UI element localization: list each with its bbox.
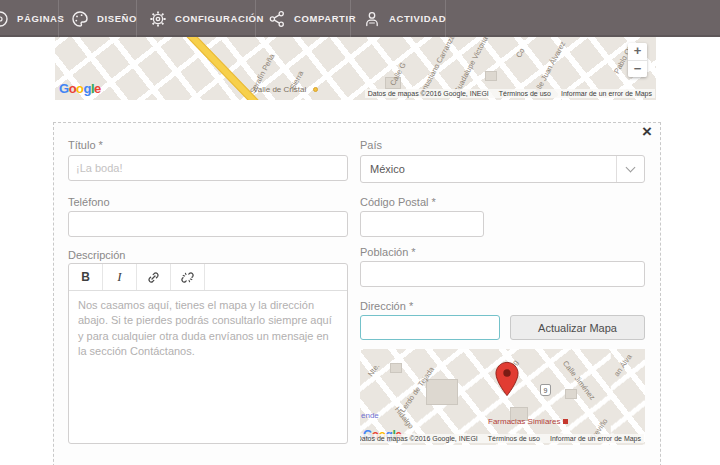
descripcion-text[interactable]: Nos casamos aquí, tienes el mapa y la di… [69,291,347,367]
telefono-label: Teléfono [68,196,110,208]
actualizar-mapa-button[interactable]: Actualizar Mapa [510,315,645,340]
pais-selected-value: México [361,163,616,175]
titulo-label: Título * [68,139,103,151]
street-label: Nte. [366,362,381,378]
street-label: Co [514,47,526,60]
street-label: Guadalupe Victoria [452,37,490,95]
map-attribution: Datos de mapas ©2016 Google, INEGI Térmi… [360,434,644,443]
street-label: an Álva [612,352,634,378]
map-building [485,71,497,81]
close-icon[interactable]: × [642,124,652,140]
navbar-spacer [446,0,720,37]
direccion-label: Dirección * [360,300,413,312]
nav-label: ACTIVIDAD [389,13,446,24]
nav-label: CONFIGURACIÓN [175,13,264,24]
nav-item-compartir[interactable]: COMPARTIR [256,0,351,37]
wedding-site-editor-screen: PÁGINAS DISEÑO CONFIGURACIÓN [0,0,720,465]
map-building [390,363,402,373]
telefono-input[interactable] [68,211,348,237]
gear-icon [149,10,167,28]
link-icon [146,270,161,285]
pais-select[interactable]: México [360,155,645,183]
zoom-in-button[interactable]: + [628,43,647,60]
nav-item-paginas[interactable]: PÁGINAS [0,0,59,37]
poi-farmacias: Farmacias Similares [488,417,568,426]
bottom-map[interactable]: Nte. Lerdo de Tejada Calle Ig an Álva Ca… [360,349,645,445]
nav-label: COMPARTIR [294,13,356,24]
nav-item-configuracion[interactable]: CONFIGURACIÓN [137,0,256,37]
rich-text-editor: B I [68,263,348,444]
direccion-input[interactable] [360,315,500,340]
bold-button[interactable]: B [69,264,103,290]
pais-label: País [360,139,382,151]
nav-label: DISEÑO [97,13,137,24]
place-label-partial: ende [361,411,379,420]
unlink-icon [180,270,195,285]
route-shield: 9 [540,384,551,396]
map-pin [495,361,519,401]
titulo-input[interactable] [68,155,348,181]
terms-link[interactable]: Términos de uso [499,90,551,97]
pages-icon [0,10,9,28]
editor-toolbar: B I [69,264,347,291]
location-form-panel: × Título * Teléfono Descripción B I [53,122,661,465]
map-attribution: Datos de mapas ©2016 Google, INEGI Térmi… [365,89,655,98]
codigo-postal-input[interactable] [360,211,484,237]
place-label-valle-de-cristal: Valle de Cristal [253,85,306,94]
zoom-out-button[interactable]: − [628,60,647,77]
top-map[interactable]: Serafín Peña Sierra Calle G Venustiano C… [55,37,656,100]
poblacion-input[interactable] [360,261,645,287]
google-logo[interactable]: Google [59,81,101,96]
report-error-link[interactable]: Informar de un error de Maps [550,435,641,442]
poi-icon [563,419,568,424]
poblacion-label: Población * [360,246,416,258]
nav-label: PÁGINAS [17,13,64,24]
street-label: Calle G [388,61,408,87]
map-zoom-control: + − [628,43,647,77]
map-building [426,379,458,405]
nav-item-diseno[interactable]: DISEÑO [59,0,137,37]
italic-button[interactable]: I [103,264,137,290]
share-icon [268,10,286,28]
descripcion-label: Descripción [68,249,125,261]
map-data-copyright: Datos de mapas ©2016 Google, INEGI [360,435,478,442]
person-icon [363,10,381,28]
top-navbar: PÁGINAS DISEÑO CONFIGURACIÓN [0,0,720,37]
link-button[interactable] [137,264,171,290]
place-marker-dot [313,87,318,92]
poi-label-text: Farmacias Similares [488,417,560,426]
chevron-down-icon [616,156,644,182]
nav-item-actividad[interactable]: ACTIVIDAD [351,0,446,37]
map-building [565,389,577,399]
unlink-button[interactable] [171,264,205,290]
terms-link[interactable]: Términos de uso [488,435,540,442]
report-error-link[interactable]: Informar de un error de Maps [561,90,652,97]
map-data-copyright: Datos de mapas ©2016 Google, INEGI [368,90,489,97]
palette-icon [71,10,89,28]
codigo-postal-label: Código Postal * [360,196,436,208]
